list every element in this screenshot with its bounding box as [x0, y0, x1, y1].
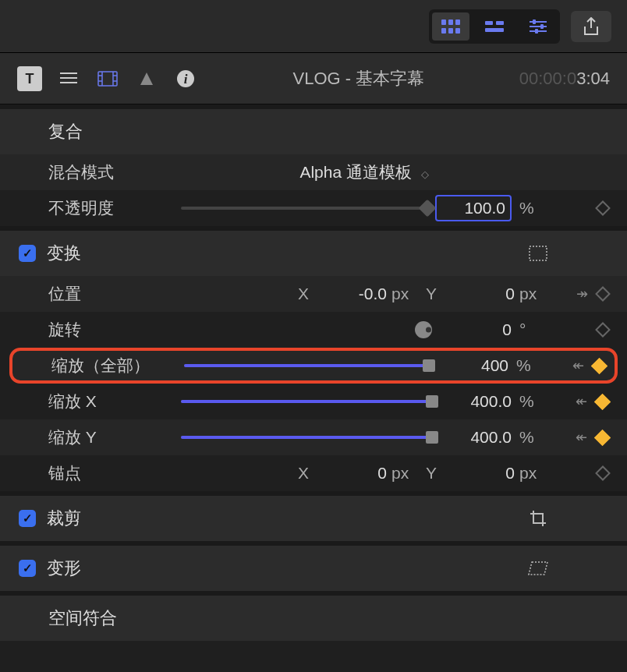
grid-view-button[interactable] [432, 12, 469, 41]
adjust-view-button[interactable] [519, 12, 557, 41]
position-x-value[interactable]: -0.0 [317, 285, 387, 303]
spatial-section-header: 空间符合 [0, 596, 627, 641]
scale-y-slider[interactable] [181, 436, 432, 439]
scale-y-value[interactable]: 400.0 [440, 428, 512, 447]
geometry-tab[interactable] [134, 66, 159, 91]
anchor-y-label: Y [423, 464, 440, 483]
opacity-row: 不透明度 100.0 % [0, 190, 627, 226]
share-button[interactable] [571, 11, 611, 42]
crop-label: 裁剪 [47, 507, 81, 530]
position-reset-icon[interactable]: ↠ [576, 285, 588, 302]
opacity-label: 不透明度 [48, 197, 181, 219]
svg-rect-5 [455, 28, 460, 34]
scale-all-row: 缩放（全部） 400 % ↞ [9, 348, 618, 384]
text-tab[interactable]: T [17, 66, 42, 91]
scale-y-prev-keyframe-icon[interactable]: ↞ [576, 429, 587, 446]
scale-x-row: 缩放 X 400.0 % ↞ [0, 384, 627, 419]
rotation-value[interactable]: 0 [440, 320, 512, 339]
scale-y-unit: % [519, 428, 546, 447]
svg-rect-4 [448, 28, 453, 34]
svg-rect-3 [441, 28, 446, 34]
duration: 3:04 [576, 69, 610, 88]
crop-checkbox[interactable] [19, 510, 36, 527]
position-y-unit: px [519, 285, 546, 303]
svg-rect-12 [533, 19, 536, 24]
rotation-keyframe[interactable] [595, 322, 611, 338]
list-view-button[interactable] [476, 12, 513, 41]
position-y-value[interactable]: 0 [445, 285, 515, 303]
scale-x-prev-keyframe-icon[interactable]: ↞ [576, 393, 587, 410]
anchor-row: 锚点 X 0 px Y 0 px [0, 455, 627, 491]
scale-all-value[interactable]: 400 [437, 356, 508, 375]
svg-rect-8 [485, 28, 504, 32]
crop-icon[interactable] [529, 509, 547, 528]
inspector-header: T i VLOG - 基本字幕 00:00:03:04 [0, 53, 627, 104]
scale-x-unit: % [519, 392, 546, 411]
svg-rect-0 [441, 19, 446, 25]
opacity-keyframe[interactable] [595, 200, 611, 216]
opacity-unit: % [519, 199, 546, 218]
rotation-label: 旋转 [48, 319, 181, 341]
anchor-label: 锚点 [48, 462, 181, 484]
scale-all-prev-keyframe-icon[interactable]: ↞ [572, 357, 584, 374]
anchor-x-label: X [295, 464, 312, 483]
anchor-keyframe[interactable] [595, 465, 611, 481]
blend-mode-label: 混合模式 [48, 161, 181, 183]
position-y-label: Y [423, 285, 440, 303]
distort-icon[interactable] [527, 561, 549, 576]
scale-x-slider[interactable] [181, 400, 432, 403]
scale-x-keyframe[interactable] [594, 393, 611, 409]
svg-rect-13 [540, 24, 544, 29]
rotation-dial[interactable] [415, 321, 432, 338]
position-keyframe[interactable] [595, 286, 611, 302]
scale-all-keyframe[interactable] [591, 357, 608, 373]
video-tab[interactable] [95, 66, 120, 91]
scale-y-keyframe[interactable] [594, 429, 611, 445]
position-x-label: X [295, 285, 312, 303]
distort-label: 变形 [47, 557, 81, 580]
anchor-x-unit: px [391, 464, 418, 483]
chevron-up-down-icon: ◇ [421, 168, 427, 180]
svg-rect-1 [448, 19, 453, 25]
blend-mode-dropdown[interactable]: Alpha 通道模板 ◇ [181, 161, 546, 183]
inspector-panel: 复合 混合模式 Alpha 通道模板 ◇ 不透明度 100.0 % 变换 位置 [0, 104, 627, 641]
scale-x-value[interactable]: 400.0 [440, 392, 512, 411]
svg-rect-19 [98, 72, 117, 86]
anchor-y-value[interactable]: 0 [445, 464, 515, 483]
composite-section-header: 复合 [0, 109, 627, 154]
info-tab[interactable]: i [173, 66, 198, 91]
distort-checkbox[interactable] [19, 560, 36, 577]
scale-y-label: 缩放 Y [48, 426, 181, 448]
position-x-unit: px [391, 285, 418, 303]
rotation-unit: ° [519, 320, 546, 339]
anchor-x-value[interactable]: 0 [317, 464, 387, 483]
paragraph-tab[interactable] [56, 66, 81, 91]
scale-x-label: 缩放 X [48, 391, 181, 412]
crop-section-header: 裁剪 [0, 496, 627, 541]
svg-text:i: i [184, 72, 188, 87]
distort-section-header: 变形 [0, 546, 627, 591]
svg-rect-14 [535, 29, 538, 34]
scale-all-unit: % [516, 356, 543, 375]
clip-title: VLOG - 基本字幕 [198, 67, 519, 90]
blend-mode-row: 混合模式 Alpha 通道模板 ◇ [0, 154, 627, 190]
anchor-y-unit: px [519, 464, 546, 483]
transform-checkbox[interactable] [19, 245, 36, 262]
svg-rect-28 [530, 246, 547, 260]
scale-y-row: 缩放 Y 400.0 % ↞ [0, 419, 627, 455]
view-mode-group [429, 9, 560, 44]
scale-all-slider[interactable] [184, 364, 429, 367]
position-label: 位置 [48, 283, 181, 305]
rotation-row: 旋转 0 ° [0, 312, 627, 348]
opacity-value[interactable]: 100.0 [435, 195, 512, 221]
opacity-slider[interactable] [181, 207, 427, 210]
svg-rect-6 [485, 21, 493, 25]
timecode: 00:00:03:04 [519, 69, 610, 89]
timecode-prefix: 00:00:0 [519, 69, 576, 88]
svg-rect-7 [496, 21, 504, 25]
inspector-tabs: T i [17, 66, 198, 91]
top-toolbar [0, 0, 627, 53]
transform-section-header: 变换 [0, 231, 627, 276]
scale-all-label: 缩放（全部） [51, 355, 184, 377]
crop-rect-icon[interactable] [529, 246, 547, 261]
